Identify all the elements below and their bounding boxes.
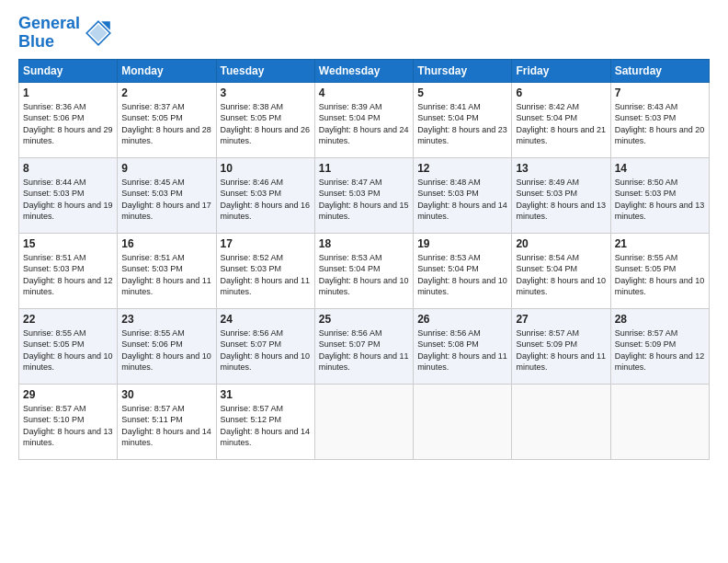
day-info: Sunrise: 8:47 AMSunset: 5:03 PMDaylight:…	[319, 177, 409, 223]
calendar-week-row: 8Sunrise: 8:44 AMSunset: 5:03 PMDaylight…	[19, 157, 710, 233]
day-number: 19	[417, 237, 507, 250]
calendar-cell: 11Sunrise: 8:47 AMSunset: 5:03 PMDayligh…	[314, 157, 413, 233]
day-info: Sunrise: 8:57 AMSunset: 5:11 PMDaylight:…	[121, 403, 211, 449]
day-number: 29	[23, 388, 113, 401]
day-number: 22	[23, 313, 113, 326]
calendar-cell: 21Sunrise: 8:55 AMSunset: 5:05 PMDayligh…	[610, 233, 709, 308]
calendar-cell: 20Sunrise: 8:54 AMSunset: 5:04 PMDayligh…	[512, 233, 610, 308]
day-number: 7	[615, 86, 705, 99]
day-info: Sunrise: 8:42 AMSunset: 5:04 PMDaylight:…	[516, 101, 606, 147]
day-number: 31	[221, 388, 311, 401]
day-info: Sunrise: 8:45 AMSunset: 5:03 PMDaylight:…	[121, 177, 211, 223]
day-info: Sunrise: 8:49 AMSunset: 5:03 PMDaylight:…	[516, 177, 606, 223]
header: General Blue	[18, 15, 710, 52]
calendar-cell: 27Sunrise: 8:57 AMSunset: 5:09 PMDayligh…	[512, 308, 610, 384]
day-info: Sunrise: 8:55 AMSunset: 5:05 PMDaylight:…	[23, 327, 113, 373]
day-info: Sunrise: 8:50 AMSunset: 5:03 PMDaylight:…	[615, 177, 705, 223]
day-info: Sunrise: 8:52 AMSunset: 5:03 PMDaylight:…	[221, 252, 311, 298]
day-number: 23	[121, 313, 211, 326]
calendar-week-row: 15Sunrise: 8:51 AMSunset: 5:03 PMDayligh…	[19, 233, 710, 308]
day-number: 11	[319, 162, 409, 175]
calendar-cell	[512, 384, 610, 459]
day-number: 28	[615, 313, 705, 326]
calendar-cell: 7Sunrise: 8:43 AMSunset: 5:03 PMDaylight…	[610, 82, 709, 157]
day-number: 16	[121, 237, 211, 250]
calendar-cell: 2Sunrise: 8:37 AMSunset: 5:05 PMDaylight…	[118, 82, 216, 157]
calendar-cell: 14Sunrise: 8:50 AMSunset: 5:03 PMDayligh…	[610, 157, 709, 233]
calendar-cell: 1Sunrise: 8:36 AMSunset: 5:06 PMDaylight…	[19, 82, 118, 157]
calendar-cell: 22Sunrise: 8:55 AMSunset: 5:05 PMDayligh…	[19, 308, 118, 384]
calendar-week-row: 29Sunrise: 8:57 AMSunset: 5:10 PMDayligh…	[19, 384, 710, 459]
day-info: Sunrise: 8:56 AMSunset: 5:07 PMDaylight:…	[319, 327, 409, 373]
day-number: 18	[319, 237, 409, 250]
calendar-cell: 25Sunrise: 8:56 AMSunset: 5:07 PMDayligh…	[314, 308, 413, 384]
day-info: Sunrise: 8:55 AMSunset: 5:06 PMDaylight:…	[121, 327, 211, 373]
calendar-cell: 8Sunrise: 8:44 AMSunset: 5:03 PMDaylight…	[19, 157, 118, 233]
day-info: Sunrise: 8:48 AMSunset: 5:03 PMDaylight:…	[417, 177, 507, 223]
calendar-cell: 6Sunrise: 8:42 AMSunset: 5:04 PMDaylight…	[512, 82, 610, 157]
calendar-header-saturday: Saturday	[610, 59, 709, 82]
day-number: 14	[615, 162, 705, 175]
calendar-week-row: 22Sunrise: 8:55 AMSunset: 5:05 PMDayligh…	[19, 308, 710, 384]
calendar-cell: 18Sunrise: 8:53 AMSunset: 5:04 PMDayligh…	[314, 233, 413, 308]
day-info: Sunrise: 8:56 AMSunset: 5:07 PMDaylight:…	[221, 327, 311, 373]
calendar-header-friday: Friday	[512, 59, 610, 82]
day-number: 27	[516, 313, 606, 326]
day-number: 13	[516, 162, 606, 175]
calendar-table: SundayMondayTuesdayWednesdayThursdayFrid…	[18, 59, 710, 460]
day-info: Sunrise: 8:39 AMSunset: 5:04 PMDaylight:…	[319, 101, 409, 147]
day-info: Sunrise: 8:51 AMSunset: 5:03 PMDaylight:…	[23, 252, 113, 298]
logo-text: General Blue	[18, 15, 80, 52]
day-number: 9	[121, 162, 211, 175]
calendar-header-sunday: Sunday	[19, 59, 118, 82]
logo-icon	[84, 18, 113, 48]
day-number: 30	[121, 388, 211, 401]
day-number: 12	[417, 162, 507, 175]
calendar-cell	[414, 384, 512, 459]
day-info: Sunrise: 8:57 AMSunset: 5:12 PMDaylight:…	[221, 403, 311, 449]
calendar-cell: 29Sunrise: 8:57 AMSunset: 5:10 PMDayligh…	[19, 384, 118, 459]
day-info: Sunrise: 8:53 AMSunset: 5:04 PMDaylight:…	[417, 252, 507, 298]
day-info: Sunrise: 8:46 AMSunset: 5:03 PMDaylight:…	[221, 177, 311, 223]
calendar-cell: 30Sunrise: 8:57 AMSunset: 5:11 PMDayligh…	[118, 384, 216, 459]
calendar-cell: 26Sunrise: 8:56 AMSunset: 5:08 PMDayligh…	[414, 308, 512, 384]
day-info: Sunrise: 8:51 AMSunset: 5:03 PMDaylight:…	[121, 252, 211, 298]
calendar-cell: 19Sunrise: 8:53 AMSunset: 5:04 PMDayligh…	[414, 233, 512, 308]
calendar-cell: 15Sunrise: 8:51 AMSunset: 5:03 PMDayligh…	[19, 233, 118, 308]
calendar-header-row: SundayMondayTuesdayWednesdayThursdayFrid…	[19, 59, 710, 82]
calendar-header-monday: Monday	[118, 59, 216, 82]
day-info: Sunrise: 8:54 AMSunset: 5:04 PMDaylight:…	[516, 252, 606, 298]
day-info: Sunrise: 8:41 AMSunset: 5:04 PMDaylight:…	[417, 101, 507, 147]
day-info: Sunrise: 8:37 AMSunset: 5:05 PMDaylight:…	[121, 101, 211, 147]
day-number: 2	[121, 86, 211, 99]
day-number: 21	[615, 237, 705, 250]
day-number: 4	[319, 86, 409, 99]
calendar-header-tuesday: Tuesday	[216, 59, 314, 82]
calendar-cell: 24Sunrise: 8:56 AMSunset: 5:07 PMDayligh…	[216, 308, 314, 384]
calendar-cell: 12Sunrise: 8:48 AMSunset: 5:03 PMDayligh…	[414, 157, 512, 233]
day-number: 8	[23, 162, 113, 175]
calendar-cell: 28Sunrise: 8:57 AMSunset: 5:09 PMDayligh…	[610, 308, 709, 384]
day-number: 15	[23, 237, 113, 250]
calendar-header-wednesday: Wednesday	[314, 59, 413, 82]
calendar-cell	[610, 384, 709, 459]
calendar-cell: 10Sunrise: 8:46 AMSunset: 5:03 PMDayligh…	[216, 157, 314, 233]
day-number: 24	[221, 313, 311, 326]
calendar-header-thursday: Thursday	[414, 59, 512, 82]
calendar-cell: 31Sunrise: 8:57 AMSunset: 5:12 PMDayligh…	[216, 384, 314, 459]
day-number: 20	[516, 237, 606, 250]
day-info: Sunrise: 8:56 AMSunset: 5:08 PMDaylight:…	[417, 327, 507, 373]
page: General Blue SundayMondayTuesdayWednesda…	[0, 0, 728, 563]
day-number: 3	[221, 86, 311, 99]
day-info: Sunrise: 8:57 AMSunset: 5:09 PMDaylight:…	[516, 327, 606, 373]
day-number: 5	[417, 86, 507, 99]
logo: General Blue	[18, 15, 113, 52]
calendar-cell: 4Sunrise: 8:39 AMSunset: 5:04 PMDaylight…	[314, 82, 413, 157]
logo-general: General	[18, 14, 80, 32]
calendar-cell: 5Sunrise: 8:41 AMSunset: 5:04 PMDaylight…	[414, 82, 512, 157]
day-info: Sunrise: 8:57 AMSunset: 5:10 PMDaylight:…	[23, 403, 113, 449]
day-info: Sunrise: 8:38 AMSunset: 5:05 PMDaylight:…	[221, 101, 311, 147]
day-number: 10	[221, 162, 311, 175]
day-number: 17	[221, 237, 311, 250]
calendar-cell: 17Sunrise: 8:52 AMSunset: 5:03 PMDayligh…	[216, 233, 314, 308]
